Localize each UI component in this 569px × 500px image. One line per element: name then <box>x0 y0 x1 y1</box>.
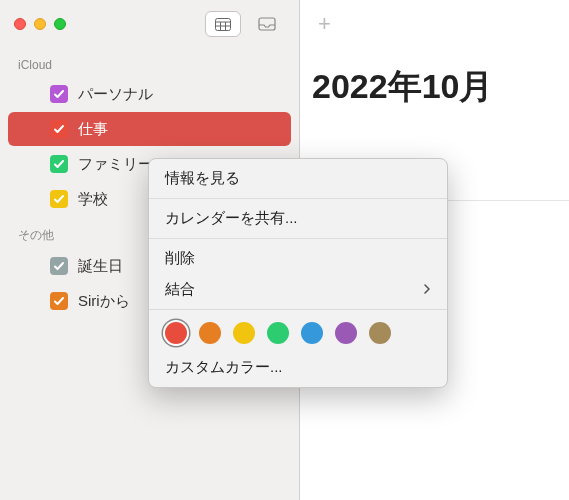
calendar-item[interactable]: 仕事 <box>8 112 291 146</box>
context-menu: 情報を見るカレンダーを共有...削除結合カスタムカラー... <box>148 158 448 388</box>
menu-item-label: 結合 <box>165 280 195 299</box>
window-controls <box>14 18 66 30</box>
main-toolbar: + <box>300 0 569 48</box>
calendar-checkbox[interactable] <box>50 155 68 173</box>
menu-item[interactable]: カスタムカラー... <box>149 352 447 383</box>
calendar-label: 学校 <box>78 190 108 209</box>
zoom-icon[interactable] <box>54 18 66 30</box>
calendar-label: ファミリー <box>78 155 153 174</box>
calendar-label: 仕事 <box>78 120 108 139</box>
calendar-checkbox[interactable] <box>50 190 68 208</box>
color-swatch[interactable] <box>165 322 187 344</box>
calendar-checkbox[interactable] <box>50 292 68 310</box>
page-title: 2022年10月 <box>300 48 569 126</box>
add-event-button[interactable]: + <box>318 11 331 37</box>
chevron-right-icon <box>423 281 431 298</box>
menu-separator <box>149 198 447 199</box>
menu-item[interactable]: 削除 <box>149 243 447 274</box>
calendar-label: 誕生日 <box>78 257 123 276</box>
menu-item-label: 削除 <box>165 249 195 268</box>
close-icon[interactable] <box>14 18 26 30</box>
calendar-checkbox[interactable] <box>50 85 68 103</box>
calendar-label: Siriから <box>78 292 130 311</box>
inbox-button[interactable] <box>249 11 285 37</box>
svg-rect-5 <box>259 18 275 30</box>
svg-rect-0 <box>216 19 231 31</box>
calendar-checkbox[interactable] <box>50 257 68 275</box>
menu-item[interactable]: カレンダーを共有... <box>149 203 447 234</box>
color-swatch[interactable] <box>301 322 323 344</box>
menu-item-label: カレンダーを共有... <box>165 209 298 228</box>
calendar-view-button[interactable] <box>205 11 241 37</box>
titlebar <box>0 0 299 48</box>
menu-separator <box>149 309 447 310</box>
menu-item[interactable]: 情報を見る <box>149 163 447 194</box>
color-swatch[interactable] <box>335 322 357 344</box>
menu-item-label: 情報を見る <box>165 169 240 188</box>
menu-separator <box>149 238 447 239</box>
color-swatch-row <box>149 314 447 352</box>
menu-item[interactable]: 結合 <box>149 274 447 305</box>
color-swatch[interactable] <box>267 322 289 344</box>
color-swatch[interactable] <box>199 322 221 344</box>
sidebar-section-header: iCloud <box>0 48 299 76</box>
minimize-icon[interactable] <box>34 18 46 30</box>
calendar-label: パーソナル <box>78 85 153 104</box>
calendar-checkbox[interactable] <box>50 120 68 138</box>
calendar-item[interactable]: パーソナル <box>8 77 291 111</box>
color-swatch[interactable] <box>233 322 255 344</box>
menu-item-label: カスタムカラー... <box>165 358 283 377</box>
color-swatch[interactable] <box>369 322 391 344</box>
